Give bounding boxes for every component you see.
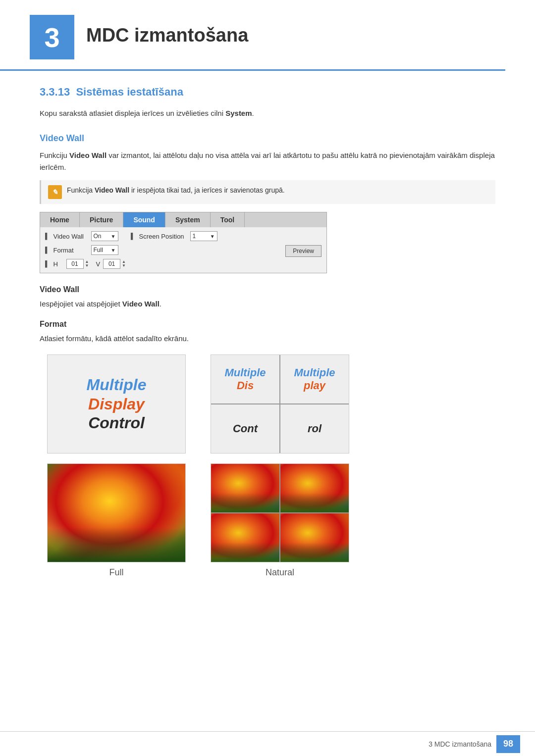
nat-control-4: rol (308, 422, 321, 435)
format-natural-logo-box: Multiple Dis Multiple play Cont (211, 354, 349, 454)
natural-cell-1: Multiple Dis (211, 355, 279, 403)
mdc-control-text: Control (88, 413, 145, 432)
ui-v-stepper[interactable]: ▲ ▼ (122, 260, 126, 268)
format-item-full-flower: Full (40, 463, 193, 578)
natural-logo-grid: Multiple Dis Multiple play Cont (211, 355, 349, 453)
ui-screen-position-value: 1 (193, 233, 196, 240)
natural-cell-4: rol (280, 404, 349, 453)
section-title: 3.3.13 Sistēmas iestatīšana (40, 86, 495, 99)
footer-text: 3 MDC izmantošana (428, 740, 491, 748)
ui-format-row: ▌ Format Full ▼ (45, 245, 126, 255)
nat-multiple: Multiple (224, 366, 266, 379)
tab-home[interactable]: Home (40, 212, 80, 227)
v-stepper-down[interactable]: ▼ (122, 264, 126, 268)
flower-img-2 (280, 464, 349, 512)
ui-h-value[interactable]: 01 (66, 259, 84, 269)
mdc-display-text: Display (88, 395, 145, 413)
format-item-natural-flower: Natural (203, 463, 357, 578)
ui-on-value: On (94, 233, 102, 240)
full-flower-image (48, 464, 185, 562)
format-images-grid: Multiple Display Control Multiple Dis (40, 354, 357, 578)
ui-preview-row: Preview (131, 245, 321, 257)
dropdown-arrow-on: ▼ (111, 234, 116, 239)
footer-page-number: 98 (496, 735, 520, 753)
ui-tabs-bar: Home Picture Sound System Tool (40, 212, 326, 227)
format-full-flower-box (47, 463, 186, 562)
ui-on-select[interactable]: On ▼ (91, 231, 118, 241)
format-natural-label: Natural (266, 567, 294, 578)
mdc-multiple-text: Multiple (87, 375, 147, 394)
flower-cell-2 (280, 464, 349, 512)
section-title-text: Sistēmas iestatīšana (76, 86, 183, 98)
format-item-natural-logo: Multiple Dis Multiple play Cont (203, 354, 357, 454)
nat-display-2: play (304, 379, 325, 392)
note-box: ✎ Funkcija Video Wall ir iespējota tikai… (40, 180, 495, 204)
ui-v-value[interactable]: 01 (103, 259, 120, 269)
format-full-label: Full (109, 567, 123, 578)
nat-multiple-2: Multiple (294, 366, 335, 379)
note-prefix: Funkcija (67, 186, 93, 194)
bullet-format: ▌ (45, 247, 50, 253)
natural-cell-3: Cont (211, 404, 279, 453)
natural-flower-grid (211, 464, 349, 562)
ui-h-input-row: 01 ▲ ▼ (66, 259, 89, 269)
intro-paragraph: Kopu sarakstā atlasiet displeja ierīces … (40, 107, 495, 119)
format-item-full-logo: Multiple Display Control (40, 354, 193, 454)
chapter-title: MDC izmantošana (74, 15, 248, 46)
vw-desc-rest: var izmantot, lai attēlotu daļu no visa … (40, 151, 495, 171)
ui-hv-row: ▌ H 01 ▲ ▼ V 01 ▲ ▼ (45, 259, 126, 269)
ui-h-stepper[interactable]: ▲ ▼ (85, 260, 89, 268)
ui-h-label: H (54, 260, 63, 268)
nat-control-3: Cont (233, 422, 258, 435)
bullet-vw: ▌ (45, 233, 50, 240)
flower-cell-4 (280, 513, 349, 562)
intro-bold: System (225, 109, 252, 117)
ui-screen-position-label: Screen Position (139, 233, 184, 240)
format-full-logo-box: Multiple Display Control (47, 354, 186, 454)
preview-button[interactable]: Preview (285, 245, 321, 257)
bullet-sp: ▌ (131, 233, 135, 240)
natural-cell-2: Multiple play (280, 355, 349, 403)
flower-cell-3 (211, 513, 279, 562)
ui-left-column: ▌ Video Wall On ▼ ▌ Format Full ▼ (45, 231, 126, 269)
vw-sub-desc: Iespējojiet vai atspējojiet (40, 300, 120, 308)
dropdown-arrow-sp: ▼ (210, 234, 215, 239)
tab-sound[interactable]: Sound (123, 212, 165, 227)
mdc-natural-2: Multiple play (280, 355, 349, 403)
ui-v-input-row: 01 ▲ ▼ (103, 259, 126, 269)
tab-picture[interactable]: Picture (80, 212, 123, 227)
format-subheading: Format (40, 320, 495, 329)
ui-full-select[interactable]: Full ▼ (91, 245, 118, 255)
h-stepper-down[interactable]: ▼ (85, 264, 89, 268)
note-rest: ir iespējota tikai tad, ja ierīces ir sa… (129, 186, 285, 194)
tab-system[interactable]: System (165, 212, 211, 227)
mdc-natural-3: Cont (211, 404, 279, 453)
video-wall-heading: Video Wall (40, 133, 495, 144)
section-number: 3.3.13 (40, 86, 70, 98)
mdc-natural-4: rol (280, 404, 349, 453)
main-content: 3.3.13 Sistēmas iestatīšana Kopu sarakst… (0, 86, 535, 617)
chapter-number: 3 (30, 15, 74, 59)
ui-video-wall-label: Video Wall (54, 233, 88, 240)
ui-v-label: V (96, 260, 100, 268)
flower-img-1 (211, 464, 279, 512)
ui-full-value: Full (94, 247, 103, 253)
intro-text: Kopu sarakstā atlasiet displeja ierīces … (40, 109, 223, 117)
vw-sub-bold: Video Wall (122, 300, 160, 308)
ui-body: ▌ Video Wall On ▼ ▌ Format Full ▼ (40, 227, 326, 273)
mdc-natural-1: Multiple Dis (211, 355, 279, 403)
vw-desc-prefix: Funkciju (40, 151, 67, 159)
video-wall-description: Funkciju Video Wall var izmantot, lai at… (40, 150, 495, 173)
header-divider (0, 69, 505, 71)
nat-display: Dis (237, 379, 254, 392)
page-header: 3 MDC izmantošana (0, 0, 535, 69)
page-footer: 3 MDC izmantošana 98 (0, 731, 535, 756)
format-description: Atlasiet formātu, kādā attēlot sadalīto … (40, 333, 495, 345)
ui-mockup: Home Picture Sound System Tool ▌ Video W… (40, 212, 327, 273)
tab-tool[interactable]: Tool (211, 212, 245, 227)
format-natural-flower-box (211, 463, 349, 562)
mdc-logo-full: Multiple Display Control (48, 355, 185, 453)
ui-screen-position-select[interactable]: 1 ▼ (190, 231, 217, 241)
note-text-content: Funkcija Video Wall ir iespējota tikai t… (67, 185, 285, 196)
ui-right-column: ▌ Screen Position 1 ▼ Preview (131, 231, 321, 269)
